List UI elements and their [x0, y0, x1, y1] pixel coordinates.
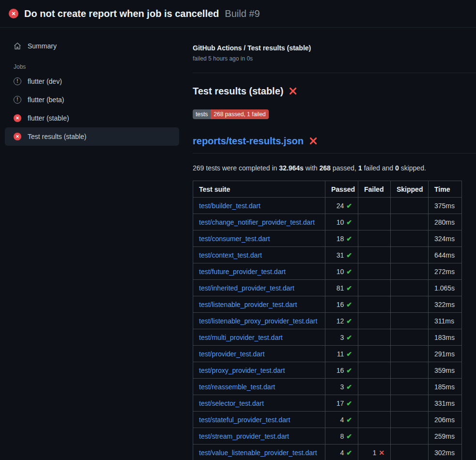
table-row: test/multi_provider_test.dart3✔183ms	[193, 329, 462, 346]
passed-cell: 16✔	[325, 296, 358, 313]
skipped-cell	[391, 198, 429, 214]
skipped-cell	[391, 346, 429, 362]
time-cell: 322ms	[429, 296, 462, 313]
check-icon: ✔	[346, 268, 352, 276]
job-label: flutter (stable)	[28, 114, 69, 122]
suite-link[interactable]: test/value_listenable_provider_test.dart	[199, 449, 317, 457]
sidebar: Summary Jobs !flutter (dev)!flutter (bet…	[0, 28, 185, 146]
suite-link[interactable]: test/reassemble_test.dart	[199, 383, 275, 391]
table-row: test/proxy_provider_test.dart16✔359ms	[193, 362, 462, 379]
failed-cell	[358, 362, 391, 379]
suite-link[interactable]: test/stateful_provider_test.dart	[199, 416, 290, 424]
report-file-link[interactable]: reports/test-results.json	[193, 136, 304, 147]
suite-link[interactable]: test/listenable_provider_test.dart	[199, 301, 297, 308]
suite-link[interactable]: test/change_notifier_provider_test.dart	[199, 218, 315, 226]
failed-cell	[358, 395, 391, 412]
skipped-cell	[391, 230, 429, 247]
sidebar-item-flutter-stable[interactable]: ✕flutter (stable)	[5, 109, 179, 127]
col-header-skipped: Skipped	[391, 181, 429, 198]
time-cell: 185ms	[429, 379, 462, 395]
failed-cell: 1✕	[358, 445, 391, 460]
check-icon: ✔	[346, 449, 352, 457]
suite-link[interactable]: test/provider_test.dart	[199, 350, 264, 358]
time-cell: 375ms	[429, 198, 462, 214]
col-header-failed: Failed	[358, 181, 391, 198]
check-icon: ✔	[346, 301, 352, 308]
sidebar-item-summary[interactable]: Summary	[5, 38, 179, 54]
skipped-cell	[391, 412, 429, 428]
check-icon: ✔	[346, 350, 352, 358]
passed-cell: 10✔	[325, 214, 358, 230]
suite-link[interactable]: test/selector_test.dart	[199, 399, 264, 407]
x-circle-icon: ✕	[14, 133, 21, 140]
col-header-test-suite: Test suite	[193, 181, 325, 198]
check-run-header: ✕ Do not create report when job is cance…	[0, 0, 476, 28]
passed-cell: 3✔	[325, 379, 358, 395]
failed-cell	[358, 280, 391, 296]
check-icon: ✔	[346, 399, 352, 407]
table-row: test/reassemble_test.dart3✔185ms	[193, 379, 462, 395]
x-circle-icon: ✕	[14, 114, 21, 122]
passed-cell: 4✔	[325, 412, 358, 428]
suite-link[interactable]: test/stream_provider_test.dart	[199, 432, 289, 440]
x-icon	[309, 137, 318, 147]
passed-cell: 81✔	[325, 280, 358, 296]
check-icon: ✔	[346, 218, 352, 226]
failed-cell	[358, 230, 391, 247]
run-meta: failed 5 hours ago in 0s	[193, 55, 476, 62]
suite-link[interactable]: test/future_provider_test.dart	[199, 268, 286, 276]
jobs-list: !flutter (dev)!flutter (beta)✕flutter (s…	[5, 72, 179, 146]
table-row: test/context_test.dart31✔644ms	[193, 247, 462, 263]
passed-cell: 24✔	[325, 198, 358, 214]
time-cell: 206ms	[429, 412, 462, 428]
suite-link[interactable]: test/context_test.dart	[199, 251, 262, 259]
time-cell: 272ms	[429, 263, 462, 280]
check-icon: ✔	[346, 432, 352, 440]
suite-link[interactable]: test/proxy_provider_test.dart	[199, 367, 285, 374]
skipped-cell	[391, 362, 429, 379]
passed-cell: 16✔	[325, 362, 358, 379]
skipped-cell	[391, 313, 429, 329]
suite-link[interactable]: test/consumer_test.dart	[199, 235, 270, 243]
job-label: Test results (stable)	[28, 133, 86, 140]
time-cell: 259ms	[429, 428, 462, 445]
sidebar-item-flutter-beta[interactable]: !flutter (beta)	[5, 91, 179, 109]
table-row: test/provider_test.dart11✔291ms	[193, 346, 462, 362]
table-row: test/listenable_proxy_provider_test.dart…	[193, 313, 462, 329]
skipped-cell	[391, 428, 429, 445]
failed-cell	[358, 247, 391, 263]
time-cell: 311ms	[429, 313, 462, 329]
time-cell: 291ms	[429, 346, 462, 362]
failed-cell	[358, 313, 391, 329]
table-row: test/selector_test.dart17✔331ms	[193, 395, 462, 412]
badge-label: tests	[193, 109, 211, 119]
check-icon: ✔	[346, 251, 352, 259]
failed-cell	[358, 296, 391, 313]
suite-link[interactable]: test/builder_test.dart	[199, 202, 261, 210]
skipped-cell	[391, 379, 429, 395]
check-icon: ✔	[346, 284, 352, 292]
sidebar-summary-label: Summary	[28, 42, 57, 50]
jobs-section-label: Jobs	[14, 63, 179, 70]
time-cell: 644ms	[429, 247, 462, 263]
section-title: Test results (stable)	[193, 86, 283, 97]
time-cell: 331ms	[429, 395, 462, 412]
suite-link[interactable]: test/listenable_proxy_provider_test.dart	[199, 317, 317, 325]
skipped-cell	[391, 445, 429, 460]
check-icon: ✔	[346, 317, 352, 325]
check-icon: ✔	[346, 202, 352, 210]
col-header-passed: Passed	[325, 181, 358, 198]
breadcrumb: GitHub Actions / Test results (stable)	[193, 44, 476, 52]
failed-cell	[358, 428, 391, 445]
sidebar-item-flutter-dev[interactable]: !flutter (dev)	[5, 72, 179, 91]
badge-value: 268 passed, 1 failed	[211, 109, 268, 119]
sidebar-item-test-results-stable[interactable]: ✕Test results (stable)	[5, 127, 179, 146]
table-row: test/consumer_test.dart18✔324ms	[193, 230, 462, 247]
suite-link[interactable]: test/multi_provider_test.dart	[199, 334, 283, 341]
failed-cell	[358, 412, 391, 428]
time-cell: 324ms	[429, 230, 462, 247]
table-row: test/listenable_provider_test.dart16✔322…	[193, 296, 462, 313]
alert-circle-icon: !	[14, 77, 21, 85]
passed-cell: 10✔	[325, 263, 358, 280]
suite-link[interactable]: test/inherited_provider_test.dart	[199, 284, 294, 292]
